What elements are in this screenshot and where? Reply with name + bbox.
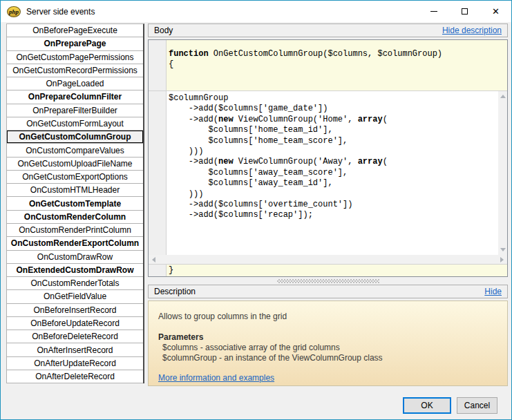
code-gutter xyxy=(149,40,167,90)
event-list-item[interactable]: OnBeforePageExecute xyxy=(7,24,143,37)
event-list-item[interactable]: OnAfterUpdateRecord xyxy=(7,357,143,370)
event-list-item[interactable]: OnAfterInsertRecord xyxy=(7,343,143,356)
hide-link[interactable]: Hide xyxy=(484,287,502,296)
maximize-icon xyxy=(462,8,468,15)
code-header-block: function OnGetCustomColumnGroup($columns… xyxy=(149,40,507,90)
close-button[interactable]: ✕ xyxy=(480,1,511,22)
php-icon: php xyxy=(7,6,21,17)
code-gutter xyxy=(149,91,167,255)
event-list-item[interactable]: OnPrepareColumnFilter xyxy=(7,90,143,104)
description-panel-header: Description Hide xyxy=(148,285,508,298)
window-controls: ✕ xyxy=(418,1,511,22)
server-side-events-dialog: php Server side events ✕ OnBeforePageExe… xyxy=(0,0,512,420)
scroll-right-icon[interactable] xyxy=(500,257,504,262)
event-list-item[interactable]: OnGetCustomRecordPermissions xyxy=(7,64,143,77)
event-list-item[interactable]: OnAfterDeleteRecord xyxy=(7,370,143,383)
event-list-item[interactable]: OnCustomRenderColumn xyxy=(7,211,143,224)
event-list-item[interactable]: OnGetCustomExportOptions xyxy=(7,171,143,184)
scroll-left-icon[interactable] xyxy=(152,257,155,262)
titlebar: php Server side events ✕ xyxy=(1,1,511,22)
code-footer-text: } xyxy=(167,265,507,276)
parameters-heading: Parameters xyxy=(158,332,497,342)
event-list-item[interactable]: OnGetCustomUploadFileName xyxy=(7,158,143,171)
code-editor: function OnGetCustomColumnGroup($columns… xyxy=(148,39,508,277)
event-list-item[interactable]: OnGetCustomFormLayout xyxy=(7,117,143,131)
event-list-item[interactable]: OnGetCustomTemplate xyxy=(7,197,143,210)
code-body-block: $columnGroup ->add($columns['game_date']… xyxy=(149,91,507,255)
event-list-item[interactable]: OnCustomCompareValues xyxy=(7,144,143,157)
event-list-item[interactable]: OnBeforeDeleteRecord xyxy=(7,330,143,343)
parameter-line: $columns - associative array of the grid… xyxy=(158,343,497,353)
cancel-button[interactable]: Cancel xyxy=(457,397,497,414)
scroll-down-icon[interactable] xyxy=(500,248,506,251)
maximize-button[interactable] xyxy=(449,1,480,22)
event-list-item[interactable]: OnPreparePage xyxy=(7,37,143,50)
parameter-line: $columnGroup - an instance of the ViewCo… xyxy=(158,353,497,363)
event-list-item[interactable]: OnBeforeInsertRecord xyxy=(7,304,143,317)
description-summary: Allows to group columns in the grid xyxy=(158,312,497,321)
window-title: Server side events xyxy=(26,7,95,17)
event-list-item[interactable]: OnPrepareFilterBuilder xyxy=(7,104,143,117)
ok-button[interactable]: OK xyxy=(403,397,451,414)
event-list-item[interactable]: OnGetFieldValue xyxy=(7,290,143,303)
close-icon: ✕ xyxy=(492,7,500,16)
body-panel-header: Body Hide description xyxy=(148,23,508,37)
event-list-item[interactable]: OnCustomDrawRow xyxy=(7,251,143,264)
minimize-button[interactable] xyxy=(418,1,449,22)
minimize-icon xyxy=(430,11,437,12)
code-header-text: function OnGetCustomColumnGroup($columns… xyxy=(167,40,507,90)
more-information-link[interactable]: More information and examples xyxy=(158,373,274,383)
event-list-item[interactable]: OnPageLoaded xyxy=(7,77,143,90)
event-list-item[interactable]: OnCustomHTMLHeader xyxy=(7,184,143,197)
horizontal-scrollbar[interactable] xyxy=(149,255,507,264)
event-list-item[interactable]: OnCustomRenderExportColumn xyxy=(7,237,143,250)
event-list: OnBeforePageExecuteOnPreparePageOnGetCus… xyxy=(6,23,144,383)
description-panel: Allows to group columns in the grid Para… xyxy=(148,300,508,386)
scroll-up-icon[interactable] xyxy=(500,95,506,98)
event-list-item[interactable]: OnGetCustomPagePermissions xyxy=(7,51,143,64)
description-panel-title: Description xyxy=(154,287,196,296)
panel-splitter[interactable] xyxy=(148,277,508,285)
body-panel-title: Body xyxy=(154,26,173,35)
splitter-grip-icon[interactable] xyxy=(277,279,379,283)
event-list-item[interactable]: OnCustomRenderPrintColumn xyxy=(7,224,143,237)
event-list-item[interactable]: OnGetCustomColumnGroup xyxy=(7,131,143,144)
code-gutter xyxy=(149,265,167,276)
vertical-scrollbar[interactable] xyxy=(498,91,507,255)
event-list-item[interactable]: OnBeforeUpdateRecord xyxy=(7,317,143,330)
event-list-item[interactable]: OnCustomRenderTotals xyxy=(7,277,143,290)
code-body-editor[interactable]: $columnGroup ->add($columns['game_date']… xyxy=(167,91,498,255)
hide-description-link[interactable]: Hide description xyxy=(442,26,502,35)
code-footer-block: } xyxy=(149,265,507,276)
event-list-item[interactable]: OnExtendedCustomDrawRow xyxy=(7,264,143,277)
